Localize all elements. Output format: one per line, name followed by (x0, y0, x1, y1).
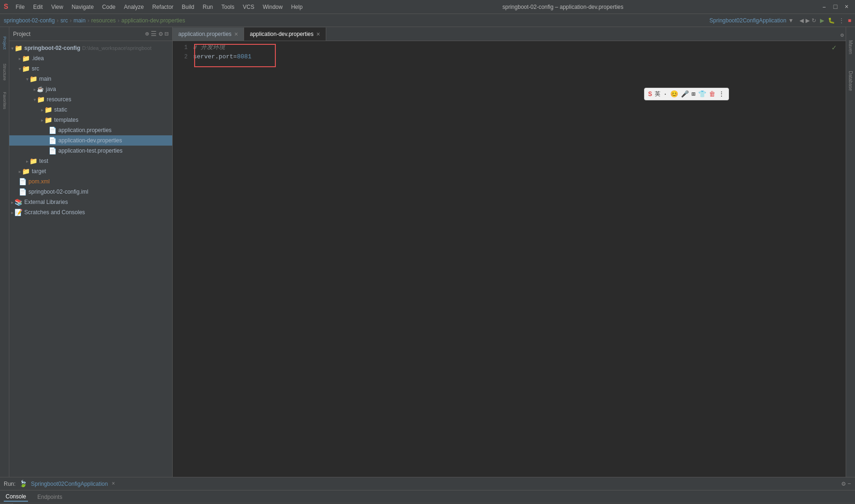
project-tree: ▾ 📁 springboot-02-config D:\Idea_workspa… (9, 41, 172, 477)
minimize-button[interactable]: – (820, 2, 829, 12)
code-server-port-key: server.port= (193, 52, 237, 62)
ime-emoji-icon[interactable]: 😊 (670, 90, 678, 98)
tree-item-test[interactable]: ▸ 📁 test (9, 156, 172, 166)
tree-item-idea[interactable]: ▸ 📁 .idea (9, 53, 172, 63)
nav-back-icon[interactable]: ◀ (799, 17, 804, 24)
collapse-all-icon[interactable]: ☰ (151, 30, 157, 38)
menu-bar: File Edit View Navigate Code Analyze Ref… (12, 3, 307, 11)
nav-forward-icon[interactable]: ▶ (806, 17, 810, 24)
run-gear-icon[interactable]: ⚙ (841, 480, 845, 488)
tree-item-scratches[interactable]: ▸ 📝 Scratches and Consoles (9, 207, 172, 217)
ime-toolbar: S 英 · 😊 🎤 ⊞ 👕 🗑 ⋮ (644, 88, 729, 100)
tree-item-app-props[interactable]: 📄 application.properties (9, 125, 172, 135)
run-config-dropdown[interactable]: Springboot02ConfigApplication (709, 17, 786, 24)
close-button[interactable]: × (842, 2, 851, 12)
run-tab-console[interactable]: Console (4, 492, 28, 502)
menu-file[interactable]: File (12, 3, 28, 11)
hide-panel-icon[interactable]: ⊟ (165, 30, 168, 38)
menu-run[interactable]: Run (199, 3, 217, 11)
sidebar-favorites[interactable]: Favorites (0, 87, 9, 115)
tree-item-resources[interactable]: ▾ 📁 resources (9, 94, 172, 105)
right-tab-maven[interactable]: Maven (847, 31, 855, 63)
code-line-1: # 开发环境 (193, 43, 846, 52)
run-label: Run: (4, 481, 15, 487)
code-comment-text: # 开发环境 (193, 43, 225, 52)
window-title: springboot-02-config – application-dev.p… (503, 4, 624, 10)
ime-trash-icon[interactable]: 🗑 (709, 91, 715, 98)
menu-analyze[interactable]: Analyze (120, 3, 148, 11)
more-actions-icon[interactable]: ⋮ (839, 17, 844, 24)
run-header-left: Run: 🍃 Springboot02ConfigApplication × (4, 480, 115, 488)
line-numbers: 1 2 (173, 43, 191, 475)
ime-dot-icon[interactable]: · (663, 91, 667, 98)
ime-shirt-icon[interactable]: 👕 (698, 90, 706, 98)
breadcrumb-root[interactable]: springboot-02-config (4, 17, 55, 24)
run-panel: Run: 🍃 Springboot02ConfigApplication × ⚙… (0, 477, 855, 504)
tree-item-app-test-props[interactable]: 📄 application-test.properties (9, 146, 172, 156)
project-panel-header: Project ⊕ ☰ ⚙ ⊟ (9, 27, 172, 41)
tree-item-app-dev-props[interactable]: 📄 application-dev.properties (9, 135, 172, 146)
ime-grid-icon[interactable]: ⊞ (692, 90, 695, 98)
title-bar: S File Edit View Navigate Code Analyze R… (0, 0, 855, 14)
breadcrumb-file[interactable]: application-dev.properties (121, 17, 185, 24)
tree-item-src[interactable]: ▾ 📁 src (9, 63, 172, 74)
code-area[interactable]: # 开发环境 server.port=8081 (191, 43, 846, 475)
maximize-button[interactable]: □ (831, 2, 840, 12)
editor-content[interactable]: ✓ 1 2 # 开发环境 server.port=8081 S 英 · 😊 (173, 41, 846, 477)
menu-build[interactable]: Build (178, 3, 198, 11)
run-tab-endpoints[interactable]: Endpoints (35, 493, 64, 501)
project-panel: Project ⊕ ☰ ⚙ ⊟ ▾ 📁 springboot-02-config… (9, 27, 173, 477)
sidebar-structure[interactable]: Structure (0, 58, 9, 86)
debug-button-top[interactable]: 🐛 (828, 17, 835, 24)
tab-app-dev-properties[interactable]: application-dev.properties × (244, 28, 326, 41)
reload-icon[interactable]: ↻ (812, 17, 816, 24)
title-bar-left: S File Edit View Navigate Code Analyze R… (4, 3, 306, 11)
menu-refactor[interactable]: Refactor (148, 3, 177, 11)
app-icon: S (4, 3, 8, 11)
menu-window[interactable]: Window (259, 3, 287, 11)
run-app-name[interactable]: Springboot02ConfigApplication (31, 481, 108, 487)
tree-item-main[interactable]: ▾ 📁 main (9, 74, 172, 84)
code-port-value: 8081 (237, 52, 252, 62)
settings-icon[interactable]: ⚙ (159, 30, 162, 38)
tree-item-external-libs[interactable]: ▸ 📚 External Libraries (9, 197, 172, 207)
run-close-icon[interactable]: × (112, 481, 115, 487)
breadcrumb-main[interactable]: main (73, 17, 85, 24)
tree-item-pom[interactable]: 📄 pom.xml (9, 176, 172, 187)
tree-item-iml[interactable]: 📄 springboot-02-config.iml (9, 187, 172, 197)
ime-more-icon[interactable]: ⋮ (718, 90, 725, 98)
code-line-2: server.port=8081 (193, 52, 846, 62)
menu-edit[interactable]: Edit (29, 3, 47, 11)
tab-app-properties-close[interactable]: × (234, 30, 238, 38)
dropdown-arrow-icon[interactable]: ▼ (788, 17, 794, 24)
tree-item-templates[interactable]: ▸ 📁 templates (9, 115, 172, 125)
breadcrumb-src[interactable]: src (60, 17, 68, 24)
main-layout: Project Structure Favorites Project ⊕ ☰ … (0, 27, 855, 477)
right-tab-database[interactable]: Database (847, 64, 855, 97)
menu-code[interactable]: Code (98, 3, 119, 11)
run-header-right: ⚙ – (841, 480, 851, 488)
run-button-top[interactable]: ▶ (820, 17, 824, 24)
project-panel-title: Project (13, 31, 30, 37)
menu-tools[interactable]: Tools (217, 3, 238, 11)
tab-app-properties[interactable]: application.properties × (173, 28, 244, 41)
run-hide-icon[interactable]: – (848, 480, 851, 488)
menu-help[interactable]: Help (287, 3, 307, 11)
ime-cn-icon[interactable]: 英 (655, 90, 660, 98)
ime-mic-icon[interactable]: 🎤 (681, 90, 689, 98)
stop-button-top[interactable]: ■ (848, 17, 851, 24)
breadcrumb-resources[interactable]: resources (91, 17, 116, 24)
editor-tab-bar: application.properties × application-dev… (173, 27, 846, 41)
editor-settings-icon[interactable]: ⚙ (839, 30, 846, 41)
menu-navigate[interactable]: Navigate (68, 3, 97, 11)
tree-root[interactable]: ▾ 📁 springboot-02-config D:\Idea_workspa… (9, 43, 172, 53)
run-panel-header: Run: 🍃 Springboot02ConfigApplication × ⚙… (0, 477, 855, 490)
sidebar-project[interactable]: Project (0, 29, 9, 57)
tab-app-dev-properties-close[interactable]: × (316, 30, 320, 38)
expand-all-icon[interactable]: ⊕ (145, 30, 149, 38)
tree-item-target[interactable]: ▸ 📁 target (9, 166, 172, 176)
tree-item-static[interactable]: ▸ 📁 static (9, 105, 172, 115)
menu-view[interactable]: View (48, 3, 67, 11)
menu-vcs[interactable]: VCS (239, 3, 258, 11)
tree-item-java[interactable]: ▸ ☕ java (9, 84, 172, 94)
